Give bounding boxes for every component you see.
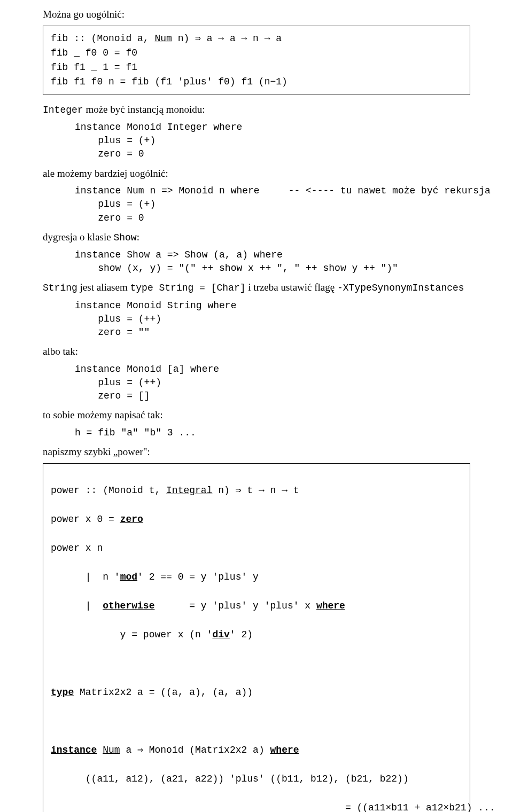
type-string: type String = [Char] — [130, 283, 245, 293]
p5d: i trzeba ustawić flagę — [246, 282, 337, 293]
pw-l8b — [97, 745, 103, 755]
fib-l2: fib _ f0 0 = f0 — [51, 46, 462, 60]
pw-l1c: n) ⇒ t → n → t — [212, 485, 299, 496]
show-word: Show — [113, 232, 136, 243]
pw-l5a: | — [51, 600, 103, 611]
pw-l5c: = y 'plus' y 'plus' x — [154, 600, 316, 611]
code-instance-string: instance Monoid String where plus = (++)… — [43, 299, 470, 340]
pw-l7b: Matrix2x2 a = ((a, a), (a, a)) — [74, 687, 253, 698]
pw-l3: power x n — [51, 541, 462, 556]
pw-l4c: ' 2 == 0 = y 'plus' y — [137, 572, 259, 582]
fib-l4: fib f1 f0 n = fib (f1 'plus' f0) f1 (n−1… — [51, 75, 462, 89]
para-or-like: albo tak: — [43, 345, 470, 358]
code-instance-show: instance Show a => Show (a, a) where sho… — [43, 248, 470, 275]
fib-sig-c: n) ⇒ a → a → n → a — [172, 33, 282, 44]
pw-l2a: power x 0 = — [51, 514, 120, 525]
pw-l4b: mod — [120, 572, 137, 582]
code-instance-num: instance Num n => Monoid n where -- <---… — [43, 184, 470, 225]
pw-l6b: div — [212, 629, 229, 640]
pw-l10: = ((a11×b11 + a12×b21) ... — [51, 801, 462, 812]
fib-sig-a: fib :: (Monoid a, — [51, 33, 154, 44]
p4a: dygresja o klasie — [43, 231, 113, 243]
pw-l6c: ' 2) — [230, 629, 253, 640]
integer-word: Integer — [43, 105, 83, 115]
pw-l8c: Num — [103, 745, 120, 755]
p4c: : — [137, 231, 139, 243]
pw-l1a: power :: (Monoid t, — [51, 485, 166, 496]
pw-l5d: where — [316, 600, 345, 611]
pw-l1b: Integral — [166, 485, 212, 496]
pw-l9: ((a11, a12), (a21, a22)) 'plus' ((b11, b… — [51, 772, 462, 786]
pw-l5b: otherwise — [103, 600, 154, 611]
pw-l7a: type — [51, 687, 74, 698]
pw-blank2 — [51, 714, 462, 729]
fib-sig-num: Num — [154, 33, 172, 44]
para-integer-instance: Integer może być instancją monoidu: — [43, 103, 470, 116]
para-more-general: ale możemy bardziej uogólnić: — [43, 167, 470, 181]
code-instance-list: instance Monoid [a] where plus = (++) ze… — [43, 363, 470, 403]
para-string-alias: String jest aliasem type String = [Char]… — [43, 280, 470, 294]
pw-l4a: | n ' — [51, 572, 120, 582]
pw-l6a: y = power x (n ' — [51, 629, 212, 640]
para-show-digression: dygresja o klasie Show: — [43, 230, 470, 244]
p2b: może być instancją monoidu: — [83, 104, 205, 115]
pw-l8e: where — [270, 745, 299, 755]
p5b: jest aliasem — [77, 282, 130, 293]
code-box-power: power :: (Monoid t, Integral n) ⇒ t → n … — [43, 463, 470, 812]
para-we-can-write: to sobie możemy napisać tak: — [43, 408, 470, 422]
pw-l2b: zero — [120, 514, 143, 525]
para-fast-power: napiszmy szybki „power": — [43, 445, 470, 459]
pw-l8a: instance — [51, 745, 97, 755]
string-word: String — [43, 283, 77, 293]
fib-l3: fib f1 _ 1 = f1 — [51, 60, 462, 75]
code-box-fib: fib :: (Monoid a, Num n) ⇒ a → a → n → a… — [43, 26, 470, 95]
para-generalize: Można go uogólnić: — [43, 7, 470, 21]
code-h-fib: h = fib "a" "b" 3 ... — [43, 426, 470, 440]
code-instance-integer: instance Monoid Integer where plus = (+)… — [43, 121, 470, 161]
pw-l8d: a ⇒ Monoid (Matrix2x2 a) — [120, 745, 270, 755]
flag-name: -XTypeSynonymInstances — [337, 283, 464, 293]
pw-blank1 — [51, 657, 462, 671]
